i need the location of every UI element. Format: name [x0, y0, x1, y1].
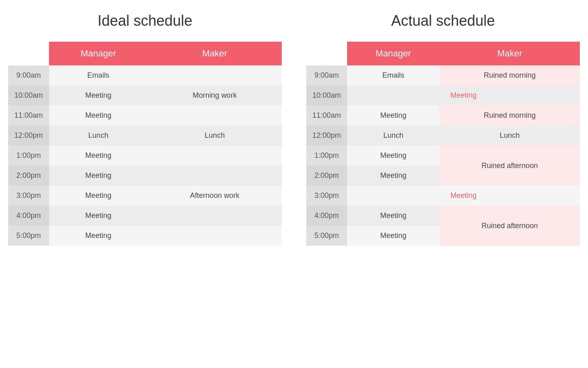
time-cell: 2:00pm: [8, 166, 49, 186]
actual-schedule-block: Actual schedule Manager Maker 9:00amEmai…: [306, 12, 580, 246]
maker-cell: [148, 206, 282, 226]
ideal-row: 4:00pmMeeting: [8, 206, 282, 226]
manager-cell: Meeting: [49, 105, 148, 126]
manager-cell: Meeting: [347, 166, 439, 186]
actual-row: 12:00pmLunchLunch: [306, 126, 580, 146]
page-wrapper: Ideal schedule Manager Maker 9:00amEmail…: [8, 12, 580, 246]
time-cell: 4:00pm: [306, 206, 347, 226]
actual-row: 11:00amMeetingRuined morning: [306, 105, 580, 126]
maker-cell: Lunch: [439, 126, 580, 146]
manager-cell: Meeting: [49, 85, 148, 105]
manager-cell: Meeting: [49, 146, 148, 166]
manager-cell: Meeting: [347, 206, 439, 226]
manager-cell: Meeting: [49, 226, 148, 246]
time-cell: 2:00pm: [306, 166, 347, 186]
time-cell: 12:00pm: [8, 126, 49, 146]
actual-row: 4:00pmMeetingRuined afternoon: [306, 206, 580, 226]
actual-row: 3:00pmMeeting: [306, 186, 580, 206]
time-cell: 9:00am: [306, 65, 347, 85]
ideal-row: 3:00pmMeetingAfternoon work: [8, 186, 282, 206]
actual-row: 10:00amMeeting: [306, 85, 580, 105]
actual-title: Actual schedule: [306, 12, 580, 29]
maker-cell: Lunch: [148, 126, 282, 146]
actual-manager-header: Manager: [347, 42, 439, 65]
manager-cell: Meeting: [49, 186, 148, 206]
time-cell: 11:00am: [306, 105, 347, 126]
maker-cell: Ruined morning: [439, 105, 580, 126]
maker-cell: Morning work: [148, 85, 282, 105]
manager-cell: Meeting: [347, 105, 439, 126]
time-cell: 10:00am: [8, 85, 49, 105]
maker-cell: [148, 146, 282, 166]
maker-cell: [148, 226, 282, 246]
ideal-time-header: [8, 42, 49, 65]
manager-cell: Meeting: [347, 226, 439, 246]
maker-cell: Ruined morning: [439, 65, 580, 85]
time-cell: 4:00pm: [8, 206, 49, 226]
manager-cell: Meeting: [49, 206, 148, 226]
actual-table: Manager Maker 9:00amEmailsRuined morning…: [306, 42, 580, 246]
manager-cell: Lunch: [347, 126, 439, 146]
time-cell: 5:00pm: [306, 226, 347, 246]
ideal-maker-header: Maker: [148, 42, 282, 65]
maker-cell: Ruined afternoon: [439, 146, 580, 186]
ideal-row: 2:00pmMeeting: [8, 166, 282, 186]
manager-cell: Emails: [49, 65, 148, 85]
meeting-span-cell: Meeting: [347, 186, 580, 206]
maker-cell: Ruined afternoon: [439, 206, 580, 246]
maker-cell: [148, 105, 282, 126]
manager-cell: Lunch: [49, 126, 148, 146]
maker-cell: [148, 65, 282, 85]
time-cell: 12:00pm: [306, 126, 347, 146]
ideal-schedule-block: Ideal schedule Manager Maker 9:00amEmail…: [8, 12, 282, 246]
ideal-row: 10:00amMeetingMorning work: [8, 85, 282, 105]
meeting-span-cell: Meeting: [347, 85, 580, 105]
time-cell: 11:00am: [8, 105, 49, 126]
ideal-row: 11:00amMeeting: [8, 105, 282, 126]
time-cell: 5:00pm: [8, 226, 49, 246]
actual-time-header: [306, 42, 347, 65]
ideal-table: Manager Maker 9:00amEmails10:00amMeeting…: [8, 42, 282, 246]
actual-row: 9:00amEmailsRuined morning: [306, 65, 580, 85]
maker-cell: [148, 166, 282, 186]
ideal-manager-header: Manager: [49, 42, 148, 65]
manager-cell: Meeting: [347, 146, 439, 166]
ideal-title: Ideal schedule: [8, 12, 282, 29]
time-cell: 3:00pm: [8, 186, 49, 206]
time-cell: 9:00am: [8, 65, 49, 85]
maker-cell: Afternoon work: [148, 186, 282, 206]
manager-cell: Emails: [347, 65, 439, 85]
time-cell: 10:00am: [306, 85, 347, 105]
actual-row: 1:00pmMeetingRuined afternoon: [306, 146, 580, 166]
manager-cell: Meeting: [49, 166, 148, 186]
actual-maker-header: Maker: [439, 42, 580, 65]
time-cell: 1:00pm: [8, 146, 49, 166]
ideal-row: 12:00pmLunchLunch: [8, 126, 282, 146]
time-cell: 3:00pm: [306, 186, 347, 206]
ideal-row: 1:00pmMeeting: [8, 146, 282, 166]
ideal-row: 5:00pmMeeting: [8, 226, 282, 246]
ideal-row: 9:00amEmails: [8, 65, 282, 85]
time-cell: 1:00pm: [306, 146, 347, 166]
